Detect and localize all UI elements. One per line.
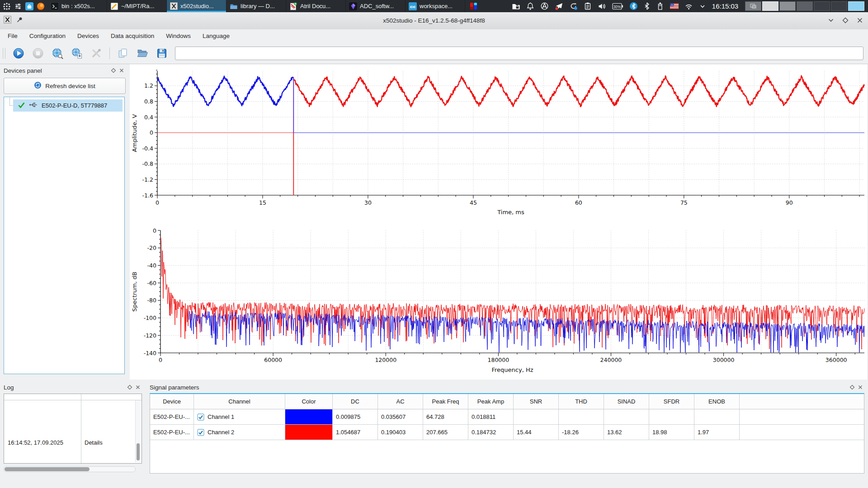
bluetooth-icon[interactable] <box>644 2 650 11</box>
column-header-ac[interactable]: AC <box>378 394 423 409</box>
globe-page-icon <box>71 47 83 59</box>
shade-window-button[interactable] <box>827 17 835 26</box>
column-header-peak-amp[interactable]: Peak Amp <box>468 394 514 409</box>
start-acquisition-button[interactable] <box>12 47 25 60</box>
close-panel-icon[interactable] <box>134 383 142 391</box>
svg-text:1.2: 1.2 <box>144 82 153 89</box>
menu-file[interactable]: File <box>2 29 24 43</box>
column-header-device[interactable]: Device <box>150 394 194 409</box>
network-search-button[interactable] <box>51 47 64 60</box>
tray-levels-icon[interactable] <box>469 2 478 11</box>
signal-table-row: E502-P-EU-... Channel 21.0546870.1904032… <box>150 425 864 440</box>
column-header-dc[interactable]: DC <box>333 394 378 409</box>
svg-text:Frequency, Hz: Frequency, Hz <box>491 366 533 373</box>
keyboard-us-flag-icon[interactable] <box>670 2 679 11</box>
close-panel-icon[interactable] <box>118 66 126 75</box>
column-header-snr[interactable]: SNR <box>514 394 559 409</box>
device-tree-item[interactable]: E502-P-EU-D, 5T779887 <box>13 99 123 112</box>
menu-windows[interactable]: Windows <box>160 29 197 43</box>
color-cell[interactable] <box>285 409 333 424</box>
taskbar-window-button[interactable]: IDEworkspace... <box>406 0 465 12</box>
usb-device-icon[interactable] <box>656 2 664 11</box>
virtual-desktop-7[interactable] <box>848 1 864 11</box>
taskbar-window-button[interactable]: library — D... <box>226 0 286 12</box>
bluetooth-active-icon[interactable] <box>629 2 638 11</box>
restore-window-button[interactable] <box>842 17 849 26</box>
clipboard-icon[interactable] <box>584 2 592 11</box>
log-entry-details[interactable]: Details <box>85 439 103 446</box>
taskbar-window-label: library — D... <box>241 3 275 9</box>
refresh-device-list-button[interactable]: Refresh device list <box>4 78 126 94</box>
scrollbar-thumb[interactable] <box>5 467 90 471</box>
channel-checkbox[interactable] <box>197 413 204 421</box>
virtual-desktop-2[interactable] <box>762 1 778 11</box>
close-panel-icon[interactable] <box>856 383 864 391</box>
virtual-desktop-4[interactable] <box>797 1 813 11</box>
log-entry-time: 16:14:52, 17.09.2025 <box>8 439 63 446</box>
virtual-desktop-5[interactable] <box>814 1 830 11</box>
color-cell[interactable] <box>285 425 333 440</box>
virtual-desktop-1[interactable] <box>745 1 761 11</box>
notifications-icon[interactable] <box>526 2 534 11</box>
log-horizontal-scrollbar[interactable] <box>4 466 136 472</box>
copy-button[interactable] <box>117 47 129 60</box>
column-header-sinad[interactable]: SINAD <box>604 394 649 409</box>
menu-devices[interactable]: Devices <box>71 29 105 43</box>
wifi-icon[interactable] <box>684 2 693 11</box>
clock[interactable]: 16:15:03 <box>707 0 743 12</box>
log-vertical-scrollbar[interactable] <box>135 400 141 462</box>
column-header-sfdr[interactable]: SFDR <box>649 394 694 409</box>
time-waveform-chart[interactable]: 01530456075901.20.80.40-0.4-0.8-1.2-1.6T… <box>130 64 867 222</box>
channel-checkbox[interactable] <box>197 429 204 436</box>
float-panel-icon[interactable] <box>848 383 856 391</box>
open-button[interactable] <box>136 47 149 60</box>
app-menu-icon[interactable] <box>3 2 11 10</box>
atril-icon <box>289 2 297 10</box>
menu-data-acquisition[interactable]: Data acquisition <box>105 29 160 43</box>
telegram-icon[interactable] <box>555 2 563 11</box>
virtual-desktop-6[interactable] <box>831 1 847 11</box>
save-button[interactable] <box>156 47 168 60</box>
menu-language[interactable]: Language <box>197 29 236 43</box>
folder-lock-icon[interactable] <box>512 2 520 11</box>
column-header-thd[interactable]: THD <box>559 394 604 409</box>
signal-parameters-panel: Signal parameters DeviceChannelColorDCAC… <box>147 382 867 478</box>
window-titlebar[interactable]: x502studio - E16_v1.2.5-68-g4ff148f8 <box>0 12 868 30</box>
taskbar-window-button[interactable]: x502studio... <box>167 0 226 12</box>
volume-icon[interactable] <box>598 2 606 11</box>
spectrum-chart[interactable]: 0600001200001800002400003000003600000-20… <box>130 224 867 381</box>
device-tree[interactable]: E502-P-EU-D, 5T779887 <box>4 97 125 374</box>
terminal-icon <box>51 2 59 10</box>
tools-button[interactable] <box>90 47 103 60</box>
scrollbar-thumb[interactable] <box>137 443 140 460</box>
channel-color-swatch <box>285 409 332 424</box>
svg-text:-0.4: -0.4 <box>142 145 153 152</box>
system-settings-icon[interactable] <box>14 2 22 10</box>
chevron-down-icon[interactable] <box>699 2 706 11</box>
column-header-peak-freq[interactable]: Peak Freq <box>423 394 468 409</box>
taskbar-window-button[interactable]: ~/MIPT/Ra... <box>107 0 167 12</box>
firefox-icon[interactable] <box>37 2 45 10</box>
discover-icon[interactable] <box>25 2 33 10</box>
column-header-channel[interactable]: Channel <box>194 394 285 409</box>
log-table[interactable]: 16:14:52, 17.09.2025 Details <box>4 394 142 464</box>
circle-a-icon[interactable] <box>540 2 549 11</box>
stop-acquisition-button[interactable] <box>32 47 44 60</box>
updates-icon[interactable] <box>569 2 578 11</box>
close-window-button[interactable] <box>856 17 863 26</box>
column-header-color[interactable]: Color <box>285 394 333 409</box>
toolbar-drag-handle[interactable] <box>3 48 5 59</box>
menu-configuration[interactable]: Configuration <box>24 29 71 43</box>
float-panel-icon[interactable] <box>126 383 134 391</box>
column-header-enob[interactable]: ENOB <box>694 394 740 409</box>
svg-text:0: 0 <box>153 227 156 234</box>
float-panel-icon[interactable] <box>109 66 118 75</box>
virtual-desktop-3[interactable] <box>779 1 796 11</box>
battery-icon[interactable]: 30% <box>612 2 623 11</box>
taskbar-window-button[interactable]: ADC_softw... <box>346 0 406 12</box>
taskbar-window-button[interactable]: Atril Docu... <box>286 0 346 12</box>
taskbar-window-button[interactable]: bin : x502s... <box>47 0 107 12</box>
network-info-button[interactable] <box>71 47 83 60</box>
toolbar-input[interactable] <box>175 47 863 60</box>
system-tray: 30% <box>469 0 706 12</box>
